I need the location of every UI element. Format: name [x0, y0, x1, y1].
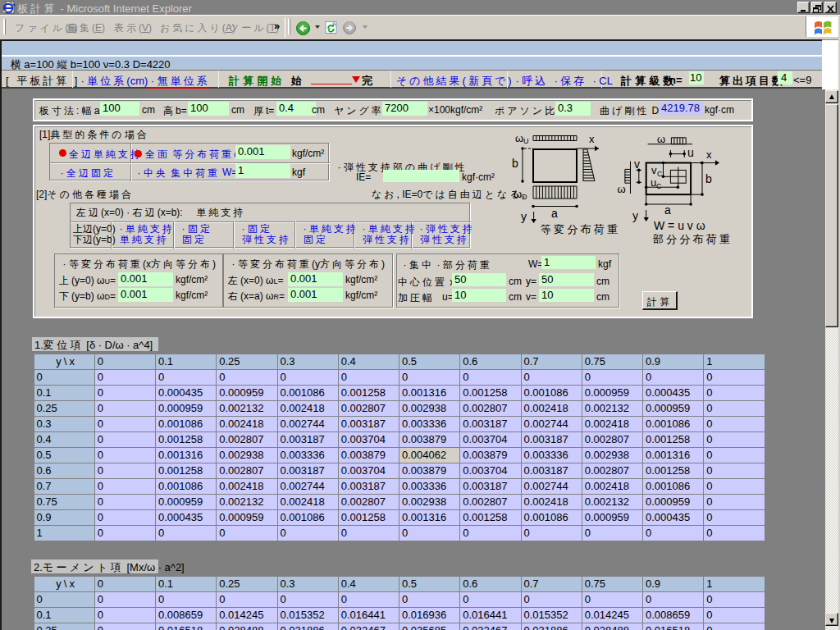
svg-text:v: v	[651, 164, 657, 176]
svg-text:u: u	[687, 146, 694, 159]
svg-text:x: x	[706, 148, 712, 161]
svg-text:部分分布荷重: 部分分布荷重	[652, 233, 733, 245]
svg-text:x: x	[589, 133, 595, 145]
svg-text:U: U	[523, 137, 529, 145]
svg-text:ω: ω	[515, 132, 523, 144]
svg-text:ω: ω	[514, 188, 522, 200]
svg-text:ω: ω	[657, 133, 665, 145]
svg-text:D: D	[522, 193, 527, 201]
svg-text:W = u v ω: W = u v ω	[654, 219, 705, 232]
svg-text:C: C	[657, 170, 663, 178]
svg-text:b: b	[512, 157, 518, 170]
svg-text:y: y	[632, 209, 638, 222]
svg-text:ω: ω	[618, 183, 626, 195]
svg-text:C: C	[656, 182, 662, 190]
svg-text:a: a	[551, 207, 558, 220]
svg-text:y: y	[521, 210, 527, 223]
svg-text:b: b	[705, 172, 712, 185]
svg-text:等変分布荷重: 等変分布荷重	[541, 223, 620, 235]
svg-text:v: v	[634, 158, 640, 171]
svg-text:a: a	[664, 203, 671, 217]
